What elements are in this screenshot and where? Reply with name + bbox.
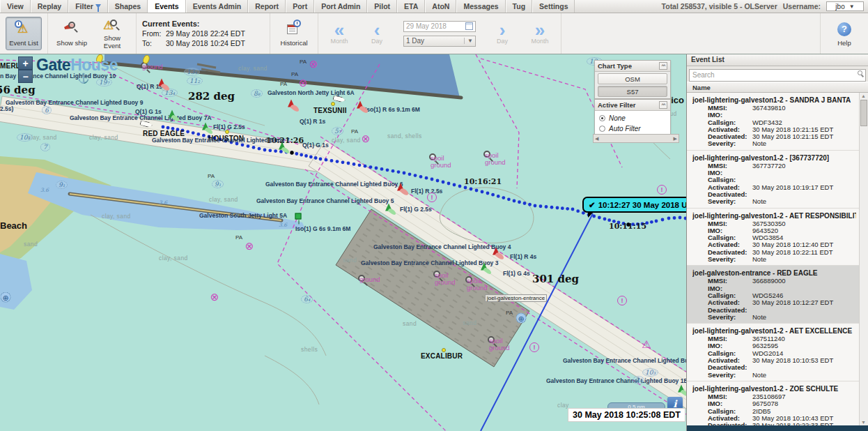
search-input[interactable] — [689, 69, 866, 82]
event-field-value: Note — [752, 314, 766, 321]
chart-type-s57-button[interactable]: S57 — [598, 86, 667, 97]
current-events-block: Current Events: From:29 May 2018 22:24 E… — [142, 19, 264, 48]
tab-events[interactable]: Events — [148, 0, 185, 13]
current-events-group: Current Events: From:29 May 2018 22:24 E… — [137, 13, 270, 54]
tab-port[interactable]: Port — [286, 0, 314, 13]
vertical-scrollbar[interactable]: ▲ ▼ — [859, 93, 868, 425]
event-field-value: Note — [752, 256, 766, 263]
event-list-button[interactable]: ⚠ Event List — [6, 17, 42, 50]
tab-replay[interactable]: Replay — [31, 0, 68, 13]
event-list-item[interactable]: joel-lightering-galveston1-2 - AET EXCEL… — [687, 324, 859, 381]
interval-select[interactable]: 1 Day ▼ — [403, 36, 476, 47]
menu-tabs: ViewReplayFilterShapesEventsEvents Admin… — [0, 0, 575, 13]
tab-filter[interactable]: Filter — [68, 0, 108, 13]
username-dropdown[interactable]: jbo ▼ — [826, 1, 864, 11]
month-forward-button[interactable]: » Month — [525, 22, 555, 45]
collapse-icon[interactable]: ^^ — [659, 62, 667, 70]
tab-port-admin[interactable]: Port Admin — [314, 0, 367, 13]
month-back-label: Month — [330, 38, 348, 45]
event-field-value: 30 May 2018 10:12:27 EDT — [752, 299, 833, 306]
tab-label: Shapes — [115, 2, 141, 10]
show-ship-button[interactable]: Show ship — [54, 17, 90, 50]
show-group: Show ship ⚠ Show Event — [48, 13, 137, 54]
scroll-down-icon[interactable]: ▼ — [861, 420, 866, 425]
event-field-value: Note — [752, 372, 766, 379]
historical-button-label: Historical — [280, 39, 307, 47]
collapse-icon[interactable]: ^^ — [659, 101, 667, 109]
event-field-value: 366889000 — [752, 278, 786, 285]
nautical-chart-canvas[interactable] — [0, 54, 686, 431]
help-button[interactable]: ? Help — [826, 17, 862, 50]
zoom-in-button[interactable]: + — [18, 56, 33, 70]
event-field-row: MMSI:235108697 — [708, 393, 856, 400]
chart-type-osm-button[interactable]: OSM — [598, 73, 667, 84]
chevron-down-icon: ▼ — [849, 3, 855, 10]
event-list-item[interactable]: joel-galveston-entrance - RED EAGLEMMSI:… — [687, 266, 859, 324]
event-list-item[interactable]: joel-lightering-galveston1-2 - AET RESPO… — [687, 209, 859, 266]
show-event-button[interactable]: ⚠ Show Event — [94, 17, 130, 50]
chart-area[interactable]: 56 deg282 deg301 degMERLINRED EAGLEHOUST… — [0, 54, 686, 431]
track-time-callout[interactable]: ✔ 10:12:27 30 May 2018 UTC — [582, 197, 686, 213]
show-event-button-label: Show Event — [95, 34, 130, 50]
name-column-header[interactable]: Name — [687, 82, 868, 93]
event-items: joel-lightering-galveston1-2 - SANDRA J … — [687, 93, 859, 425]
filter-option-auto[interactable]: Auto Filter — [595, 123, 670, 134]
zoom-out-button[interactable]: − — [18, 70, 33, 83]
event-name: joel-lightering-galveston1-2 - ZOE SCHUL… — [692, 384, 856, 393]
tab-settings[interactable]: Settings — [532, 0, 575, 13]
date-input[interactable]: 29 May 2018 — [403, 21, 476, 32]
month-back-button[interactable]: « Month — [324, 22, 355, 45]
event-list-icon: ⚠ — [15, 21, 33, 38]
tab-label: Filter — [75, 2, 93, 10]
scroll-up-icon[interactable]: ▲ — [861, 93, 866, 98]
chevron-right-icon: › — [499, 22, 506, 38]
event-field-value: 367737720 — [752, 162, 786, 169]
show-ship-button-label: Show ship — [56, 39, 87, 47]
tab-view[interactable]: View — [0, 0, 31, 13]
radio-icon — [599, 115, 605, 121]
filter-option-none[interactable]: None — [595, 113, 670, 123]
tab-tug[interactable]: Tug — [506, 0, 532, 13]
event-list-item[interactable]: joel-lightering-galveston1-2 - [36773772… — [687, 151, 859, 209]
event-list-item[interactable]: joel-lightering-galveston1-2 - SANDRA J … — [687, 93, 859, 151]
scrollbar-thumb[interactable] — [860, 100, 867, 126]
event-field-value: Note — [752, 140, 766, 147]
time-nav-group: « Month ‹ Day 29 May 2018 1 Day ▼ › Day — [318, 13, 561, 54]
event-field-row: MMSI:367511240 — [708, 335, 856, 342]
tab-label: Events Admin — [193, 2, 242, 10]
tab-label: Settings — [539, 2, 568, 10]
event-field-label: Deactivated: — [708, 422, 752, 425]
tab-eta[interactable]: ETA — [397, 0, 425, 13]
tab-label: Messages — [463, 2, 498, 10]
chart-type-panel: Chart Type ^^ OSM S57 — [594, 60, 671, 99]
event-name: joel-lightering-galveston1-2 - [36773772… — [692, 153, 856, 162]
tab-pilot[interactable]: Pilot — [367, 0, 397, 13]
panel-horizontal-scrollbar[interactable]: ◀ ▶ — [593, 134, 679, 143]
event-field-row: Deactivated:30 May 2018 10:22:33 EDT — [708, 422, 856, 425]
tab-events-admin[interactable]: Events Admin — [186, 0, 249, 13]
tab-aton[interactable]: AtoN — [425, 0, 456, 13]
calendar-icon[interactable] — [465, 22, 473, 30]
tab-label: AtoN — [432, 2, 449, 10]
event-list-item[interactable]: joel-lightering-galveston1-2 - ZOE SCHUL… — [687, 381, 859, 425]
tab-report[interactable]: Report — [248, 0, 286, 13]
day-back-button[interactable]: ‹ Day — [362, 22, 392, 45]
day-forward-button[interactable]: › Day — [487, 22, 518, 45]
username-label: Username: — [783, 2, 821, 10]
gatehouse-logo: GateHouse — [36, 56, 118, 75]
tab-messages[interactable]: Messages — [456, 0, 505, 13]
historical-group: Historical — [270, 13, 318, 54]
chevron-down-icon: ▼ — [464, 38, 473, 44]
event-field-label: Activated: — [708, 299, 752, 306]
event-list-button-label: Event List — [9, 39, 38, 47]
event-field-value: 30 May 2018 10:10:53 EDT — [752, 357, 833, 364]
current-events-title: Current Events: — [142, 19, 264, 29]
help-icon: ? — [835, 21, 853, 38]
tab-shapes[interactable]: Shapes — [108, 0, 148, 13]
scroll-left-icon[interactable]: ◀ — [595, 136, 598, 142]
event-field-value: 30 May 2018 10:19:17 EDT — [752, 184, 833, 191]
gatehouse-app: ViewReplayFilterShapesEventsEvents Admin… — [0, 0, 868, 431]
day-back-label: Day — [371, 38, 382, 45]
scroll-right-icon[interactable]: ▶ — [674, 136, 677, 142]
historical-button[interactable]: Historical — [276, 17, 312, 50]
